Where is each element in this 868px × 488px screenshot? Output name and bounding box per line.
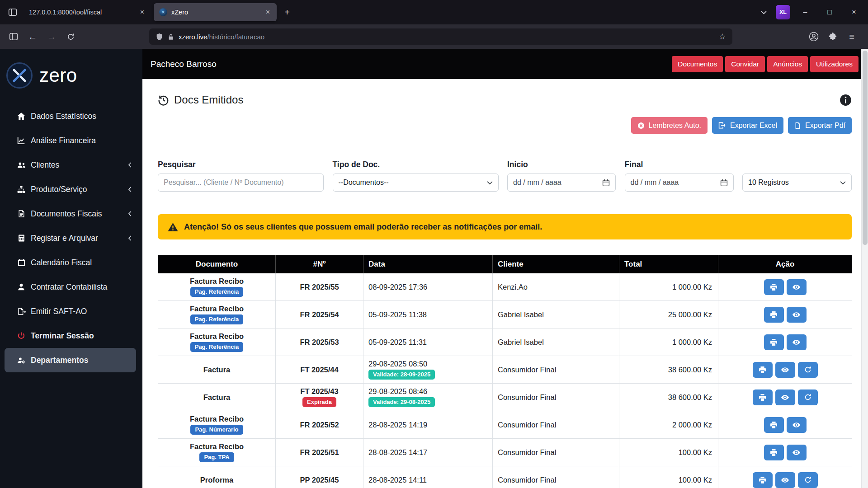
url-bar[interactable]: xzero.live/histórico/faturacao ☆: [149, 28, 732, 45]
sidebar-item-produto-servico[interactable]: Produto/Serviço: [0, 177, 142, 202]
app-topbar: Pacheco Barroso DocumentosConvidarAnúnci…: [142, 49, 861, 79]
info-icon[interactable]: [840, 94, 852, 106]
table-row: Factura ReciboPag. ReferênciaFR 2025/540…: [158, 301, 852, 328]
print-icon: [770, 421, 778, 429]
menu-hamburger-icon[interactable]: ≡: [844, 28, 860, 45]
document-type: Proforma: [200, 476, 233, 484]
view-button[interactable]: [787, 417, 807, 433]
scrollbar-thumb[interactable]: [863, 51, 868, 245]
file-export-icon: [16, 308, 26, 315]
chevron-left-icon: [127, 186, 133, 192]
view-button[interactable]: [787, 445, 807, 460]
print-button[interactable]: [764, 334, 784, 350]
chevron-left-icon: [127, 211, 133, 217]
new-tab-button[interactable]: +: [279, 5, 295, 20]
print-icon: [770, 449, 778, 456]
topbar-button-documentos[interactable]: Documentos: [672, 56, 723, 72]
shield-icon[interactable]: [156, 33, 163, 41]
search-input[interactable]: [158, 174, 324, 192]
alert-title: Atenção!: [184, 222, 219, 231]
page-size-value: 10 Registros: [748, 178, 789, 187]
back-icon[interactable]: ←: [24, 28, 41, 45]
doc-type-label: Tipo de Doc.: [333, 160, 499, 169]
view-button[interactable]: [775, 472, 795, 488]
refresh-button[interactable]: [798, 362, 818, 378]
export-pdf-button[interactable]: Exportar Pdf: [788, 117, 852, 134]
print-button[interactable]: [764, 417, 784, 433]
spacer: [742, 160, 852, 169]
view-button[interactable]: [787, 334, 807, 350]
sidebar-item-departamentos[interactable]: Departamentos: [5, 348, 136, 372]
client-name: Gabriel Isabel: [493, 301, 619, 328]
document-date: 29-08-2025 08:46: [368, 387, 427, 396]
client-name: Kenzi.Ao: [493, 273, 619, 301]
refresh-button[interactable]: [798, 389, 818, 405]
topbar-button-anuncios[interactable]: Anúncios: [767, 56, 808, 72]
print-button[interactable]: [764, 307, 784, 323]
pdf-file-icon: [794, 122, 801, 129]
calendar-icon: [16, 258, 26, 267]
tabbar-right-cluster: XL – □ ×: [757, 3, 863, 21]
eye-icon: [792, 283, 801, 291]
chevron-left-icon: [127, 235, 133, 241]
window-close-button[interactable]: ×: [844, 3, 863, 21]
page-size-select[interactable]: 10 Registros: [742, 174, 852, 192]
window-maximize-button[interactable]: □: [820, 3, 839, 21]
view-button[interactable]: [787, 279, 807, 295]
sidebar-item-analise-financeira[interactable]: Análise Financeira: [0, 128, 142, 153]
auto-reminders-button[interactable]: Lembretes Auto.: [631, 117, 708, 134]
close-tab-icon[interactable]: ×: [139, 8, 146, 16]
doc-type-select[interactable]: --Documentos--: [333, 174, 499, 192]
view-button[interactable]: [775, 362, 795, 378]
view-button[interactable]: [787, 307, 807, 323]
extensions-puzzle-icon[interactable]: [825, 28, 841, 45]
sidebar-item-registar-e-arquivar[interactable]: Registar e Arquivar: [0, 226, 142, 250]
window-minimize-button[interactable]: –: [796, 3, 815, 21]
print-button[interactable]: [753, 389, 773, 405]
calendar-icon[interactable]: [720, 179, 728, 187]
print-button[interactable]: [753, 472, 773, 488]
brand-logo[interactable]: zero: [0, 49, 142, 90]
start-date-input[interactable]: dd / mm / aaaa: [507, 174, 616, 192]
lock-icon[interactable]: [168, 33, 174, 40]
sidebar-toggle-icon[interactable]: [5, 28, 22, 45]
print-button[interactable]: [753, 362, 773, 378]
document-number: FR 2025/53: [300, 338, 339, 347]
list-tabs-chevron-icon[interactable]: [757, 5, 770, 19]
print-icon: [770, 283, 778, 291]
view-button[interactable]: [775, 389, 795, 405]
sidebar-item-calendario-fiscal[interactable]: Calendário Fiscal: [0, 250, 142, 275]
topbar-button-convidar[interactable]: Convidar: [725, 56, 765, 72]
print-button[interactable]: [764, 279, 784, 295]
reload-icon[interactable]: [62, 28, 79, 45]
xzero-logo-icon: [6, 62, 33, 89]
close-tab-icon[interactable]: ×: [264, 8, 271, 16]
end-date-input[interactable]: dd / mm / aaaa: [625, 174, 734, 192]
sidebar-item-documentos-fiscais[interactable]: Documentos Fiscais: [0, 202, 142, 226]
print-button[interactable]: [764, 445, 784, 460]
alert-text: Só os seus clientes que possuem email po…: [221, 222, 542, 231]
sidebar-item-label: Documentos Fiscais: [31, 209, 123, 219]
email-warning-alert: Atenção! Só os seus clientes que possuem…: [158, 214, 852, 239]
sidebar-item-contratar-contabilista[interactable]: Contratar Contabilista: [0, 275, 142, 299]
refresh-button[interactable]: [798, 472, 818, 488]
browser-tab-localhost[interactable]: 127.0.0.1:8000/tool/fiscal ×: [24, 3, 151, 21]
date-placeholder: dd / mm / aaaa: [631, 178, 679, 187]
sidebar-item-dados-estatisticos[interactable]: Dados Estatísticos: [0, 104, 142, 128]
table-row: Factura ReciboPag. ReferênciaFR 2025/530…: [158, 328, 852, 356]
app-root: zero Dados EstatísticosAnálise Financeir…: [0, 49, 868, 488]
sidebar-item-emitir-saft-ao[interactable]: Emitir SAFT-AO: [0, 299, 142, 324]
extension-xl-icon[interactable]: XL: [776, 5, 790, 19]
users-gear-icon: [16, 357, 26, 364]
bookmark-star-icon[interactable]: ☆: [719, 32, 726, 42]
client-name: Consumidor Final: [493, 384, 619, 411]
validity-badge: Validade: 28-09-2025: [368, 370, 435, 380]
topbar-button-utilizadores[interactable]: Utilizadores: [810, 56, 859, 72]
export-excel-button[interactable]: Exportar Excel: [712, 117, 783, 134]
firefox-view-icon[interactable]: [5, 4, 21, 20]
browser-tab-xzero[interactable]: × xZero ×: [154, 3, 277, 21]
account-icon[interactable]: [806, 28, 822, 45]
sidebar-item-terminar-sessao[interactable]: Terminar Sessão: [0, 324, 142, 348]
sidebar-item-clientes[interactable]: Clientes: [0, 153, 142, 177]
calendar-icon[interactable]: [602, 179, 610, 187]
